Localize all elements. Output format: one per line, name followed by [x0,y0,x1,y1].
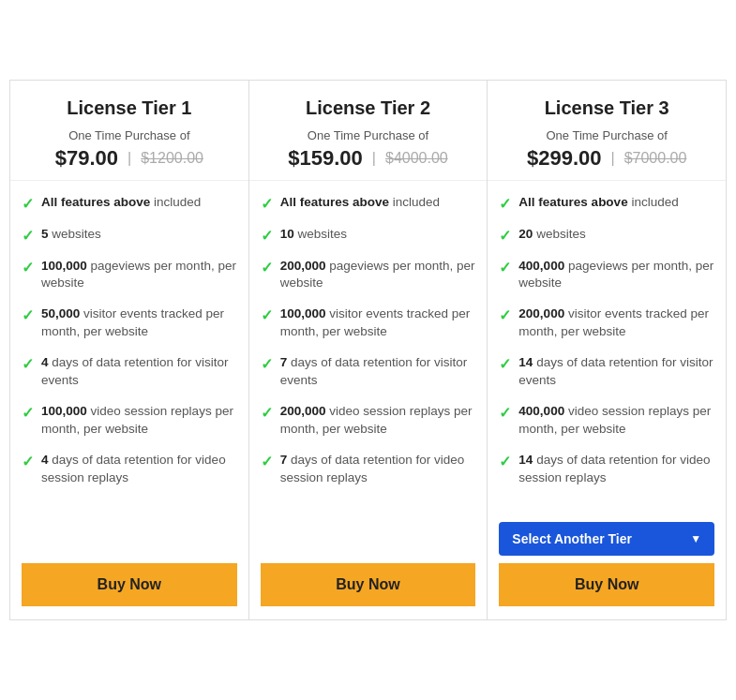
feature-text-1-7: 4 days of data retention for video sessi… [41,452,237,487]
feature-item-1-6: ✓100,000 video session replays per month… [22,403,237,439]
feature-text-2-1: All features above included [280,194,440,212]
feature-text-2-4: 100,000 visitor events tracked per month… [280,305,476,341]
feature-item-3-7: ✓14 days of data retention for video ses… [499,452,714,487]
price-original-3: $7000.00 [624,150,687,167]
price-current-2: $159.00 [288,146,363,171]
buy-now-button-1[interactable]: Buy Now [22,563,237,606]
buy-now-button-3[interactable]: Buy Now [499,563,714,606]
check-icon-3-2: ✓ [499,227,511,245]
feature-text-3-2: 20 websites [518,226,585,244]
check-icon-1-2: ✓ [22,227,34,245]
check-icon-1-4: ✓ [22,306,34,324]
tier-prices-3: $299.00|$7000.00 [497,146,716,171]
tier-title-3: License Tier 3 [497,97,716,119]
tier-header-3: License Tier 3One Time Purchase of$299.0… [488,81,726,181]
check-icon-3-6: ✓ [499,404,511,422]
feature-item-2-1: ✓All features above included [261,194,476,213]
check-icon-1-1: ✓ [22,195,34,213]
price-current-1: $79.00 [55,146,118,171]
feature-item-3-3: ✓400,000 pageviews per month, per websit… [499,258,714,293]
check-icon-1-5: ✓ [22,355,34,373]
feature-item-1-3: ✓100,000 pageviews per month, per websit… [22,258,237,293]
tier-card-3: License Tier 3One Time Purchase of$299.0… [487,80,727,621]
price-original-2: $4000.00 [385,150,448,167]
tier-purchase-label-2: One Time Purchase of [259,128,478,142]
feature-item-2-4: ✓100,000 visitor events tracked per mont… [261,305,476,341]
feature-item-1-5: ✓4 days of data retention for visitor ev… [22,354,237,390]
feature-text-1-4: 50,000 visitor events tracked per month,… [41,305,237,341]
tier-footer-2: Buy Now [249,554,488,619]
tier-purchase-label-1: One Time Purchase of [20,128,239,142]
check-icon-1-6: ✓ [22,404,34,422]
check-icon-3-1: ✓ [499,195,511,213]
feature-text-2-2: 10 websites [280,226,347,244]
select-tier-label-3: Select Another Tier [512,531,632,546]
feature-text-3-1: All features above included [518,194,678,212]
feature-text-2-7: 7 days of data retention for video sessi… [280,452,476,487]
check-icon-2-6: ✓ [261,404,273,422]
check-icon-3-5: ✓ [499,355,511,373]
feature-text-3-3: 400,000 pageviews per month, per website [518,258,714,293]
tier-prices-1: $79.00|$1200.00 [20,146,239,171]
dropdown-arrow-icon-3: ▼ [690,532,701,545]
tier-title-1: License Tier 1 [20,97,239,119]
feature-text-3-4: 200,000 visitor events tracked per month… [518,305,714,341]
feature-text-3-7: 14 days of data retention for video sess… [518,452,714,487]
tier-title-2: License Tier 2 [259,97,478,119]
price-divider-2: | [372,150,376,167]
price-divider-3: | [611,150,615,167]
buy-now-button-2[interactable]: Buy Now [261,563,476,606]
tier-features-2: ✓All features above included✓10 websites… [249,181,488,555]
feature-item-3-6: ✓400,000 video session replays per month… [499,403,714,439]
feature-item-3-1: ✓All features above included [499,194,714,213]
pricing-container: License Tier 1One Time Purchase of$79.00… [0,70,736,631]
feature-text-1-3: 100,000 pageviews per month, per website [41,258,237,293]
price-divider-1: | [128,150,131,167]
tier-prices-2: $159.00|$4000.00 [259,146,478,171]
feature-text-2-6: 200,000 video session replays per month,… [280,403,476,439]
tier-footer-1: Buy Now [10,554,248,619]
feature-item-2-7: ✓7 days of data retention for video sess… [261,452,476,487]
check-icon-2-5: ✓ [261,355,273,373]
feature-text-1-2: 5 websites [41,226,101,244]
feature-text-2-5: 7 days of data retention for visitor eve… [280,354,476,390]
feature-item-2-6: ✓200,000 video session replays per month… [261,403,476,439]
check-icon-2-1: ✓ [261,195,273,213]
tier-purchase-label-3: One Time Purchase of [497,128,716,142]
check-icon-2-2: ✓ [261,227,273,245]
feature-item-1-4: ✓50,000 visitor events tracked per month… [22,305,237,341]
check-icon-2-4: ✓ [261,306,273,324]
tier-header-1: License Tier 1One Time Purchase of$79.00… [10,81,248,181]
check-icon-1-7: ✓ [22,453,34,470]
feature-text-1-1: All features above included [41,194,201,212]
tier-card-1: License Tier 1One Time Purchase of$79.00… [9,80,248,621]
feature-item-1-7: ✓4 days of data retention for video sess… [22,452,237,487]
feature-item-1-2: ✓5 websites [22,226,237,245]
feature-item-3-5: ✓14 days of data retention for visitor e… [499,354,714,390]
feature-text-1-5: 4 days of data retention for visitor eve… [41,354,237,390]
feature-item-3-2: ✓20 websites [499,226,714,245]
tier-footer-3: Select Another Tier▼Buy Now [488,513,726,619]
feature-text-3-6: 400,000 video session replays per month,… [518,403,714,439]
feature-item-2-5: ✓7 days of data retention for visitor ev… [261,354,476,390]
tier-header-2: License Tier 2One Time Purchase of$159.0… [249,81,488,181]
feature-item-2-2: ✓10 websites [261,226,476,245]
check-icon-2-3: ✓ [261,259,273,276]
price-current-3: $299.00 [527,146,602,171]
feature-text-3-5: 14 days of data retention for visitor ev… [518,354,714,390]
feature-item-1-1: ✓All features above included [22,194,237,213]
check-icon-3-3: ✓ [499,259,511,276]
feature-item-3-4: ✓200,000 visitor events tracked per mont… [499,305,714,341]
check-icon-3-7: ✓ [499,453,511,470]
price-original-1: $1200.00 [141,150,203,167]
feature-text-2-3: 200,000 pageviews per month, per website [280,258,476,293]
feature-text-1-6: 100,000 video session replays per month,… [41,403,237,439]
select-tier-dropdown-3[interactable]: Select Another Tier▼ [499,522,714,556]
check-icon-1-3: ✓ [22,259,34,276]
tier-card-2: License Tier 2One Time Purchase of$159.0… [248,80,488,621]
check-icon-2-7: ✓ [261,453,273,470]
check-icon-3-4: ✓ [499,306,511,324]
tier-features-1: ✓All features above included✓5 websites✓… [10,181,248,555]
feature-item-2-3: ✓200,000 pageviews per month, per websit… [261,258,476,293]
tier-features-3: ✓All features above included✓20 websites… [488,181,726,514]
